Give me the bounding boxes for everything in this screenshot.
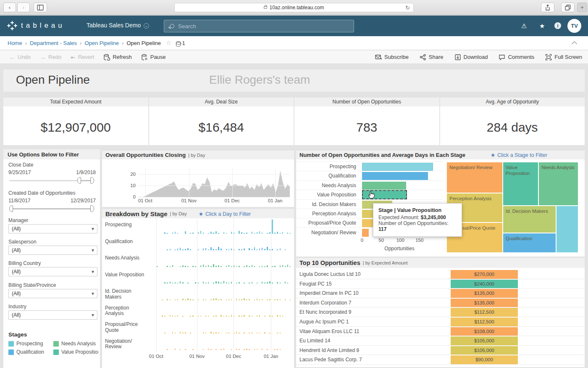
reload-icon[interactable]: ↻ [405,5,410,11]
treemap-block-qualification[interactable]: Qualification [503,233,556,253]
table-row[interactable]: Hendrerit Id Ante Limited 8$105,000 [296,346,585,355]
treemap-block[interactable] [556,206,578,253]
site-name-label: Tableau Sales Demo [87,22,141,29]
browser-sidebar-button[interactable] [34,3,47,12]
legend-label: Prospecting [16,341,43,347]
breakdown-rows: ProspectingQualificationNeeds AnalysisVa… [102,219,292,352]
breadcrumb-workbook[interactable]: Open Pipeline [84,40,119,46]
stage-filter-hint[interactable]: ★Click a Stage to Filter [491,152,547,158]
lock-icon [264,6,267,9]
created-date-slider-handle-right[interactable] [90,205,94,212]
close-date-end: 1/9/2018 [76,169,96,175]
filter-dropdown-billing-state-province[interactable]: (All) [8,289,97,298]
y-tick: 0 [123,194,136,199]
breakdown-row-chart[interactable] [148,252,291,267]
browser-forward-button[interactable]: › [17,3,30,12]
table-row[interactable]: Lacus Pede Sagittis Corp. 7$90,000 [296,355,585,365]
breakdown-filter-hint[interactable]: ★Click a Day to Filter [199,211,251,217]
browser-share-button[interactable] [541,3,554,12]
table-row[interactable]: Ligula Donec Luctus Ltd 10$270,000 [296,270,585,279]
stage-bar-proposal-price-quote[interactable] [362,219,374,227]
created-date-slider-handle-left[interactable] [9,205,13,212]
user-avatar[interactable]: TV [567,19,581,33]
table-row[interactable]: Vitae Aliquam Eros LLC 11$108,000 [296,327,585,336]
breakdown-row-chart[interactable] [148,235,291,250]
subscribe-button[interactable]: Subscribe [375,54,409,61]
breakdown-row-chart[interactable] [148,335,291,350]
opportunity-amount: $105,000 [451,346,518,355]
info-icon[interactable]: i [554,22,561,29]
breakdown-header: Breakdown by Stage | by Day ★Click a Day… [102,209,294,218]
stage-bar-negotiation-review[interactable] [362,229,369,237]
alerts-icon[interactable]: ⚠ [521,22,527,30]
stage-bar-qualification[interactable] [362,172,428,180]
breakdown-row-chart[interactable] [148,219,291,234]
breakdown-panel: Breakdown by Stage | by Day ★Click a Day… [102,209,294,368]
breadcrumb-home[interactable]: Home [8,40,22,46]
breakdown-row-chart[interactable] [148,285,291,300]
filter-dropdown-manager[interactable]: (All) [8,224,97,233]
breakdown-row-chart[interactable] [148,268,291,283]
legend-item[interactable]: Prospecting [8,339,53,348]
breakdown-row-label: Proposal/Price Quote [105,322,147,334]
breadcrumb-department[interactable]: Department - Sales [30,40,77,46]
legend-item[interactable]: Value Proposition [53,348,98,356]
closing-area-chart[interactable] [139,168,290,197]
new-tab-button[interactable]: + [577,3,587,12]
legend-item[interactable]: Needs Analysis [53,339,98,348]
x-tick: 01 Nov [181,198,197,203]
close-date-slider-handle-left[interactable] [77,177,81,184]
filter-dropdown-salesperson[interactable]: (All) [8,246,97,255]
search-input[interactable]: Search [164,20,354,32]
download-button[interactable]: Download [454,54,488,61]
legend-swatch-icon [8,349,14,355]
undo-button[interactable]: ←Undo [9,54,31,61]
breakdown-row-chart[interactable] [148,302,291,317]
favorite-star-icon[interactable]: ☆ [166,39,171,47]
fullscreen-button[interactable]: Full Screen [545,54,582,61]
filter-dropdown-industry[interactable]: (All) [8,310,97,320]
comments-button[interactable]: Comments [499,54,534,61]
created-date-slider[interactable] [9,205,94,212]
breakdown-row: Negotiation/ Review [102,335,292,352]
created-date-end: 12/29/2017 [71,198,96,204]
browser-back-button[interactable]: ‹ [3,3,16,12]
stage-bar-label: Id. Decision Makers [296,201,359,207]
stage-bar-label: Qualification [296,173,359,179]
stage-bar-needs-analysis[interactable] [362,182,406,190]
table-row[interactable]: Et Nunc Incorporated 9$112,500 [296,307,585,317]
url-text: 10az.online.tableau.com [269,5,324,11]
legend-label: Value Proposition [61,349,98,355]
table-row[interactable]: Interdum Corporation 7$135,000 [296,298,585,308]
breakdown-row-label: Qualification [105,239,147,245]
legend-item[interactable]: Qualification [8,348,53,356]
url-bar[interactable]: 10az.online.tableau.com ↻ [174,3,414,12]
favorites-star-icon[interactable]: ★ [539,22,545,30]
pause-button[interactable]: Pause [141,54,166,61]
treemap-block-id-decision-makers[interactable]: Id. Decision Makers [503,206,556,233]
filter-dropdown-billing-country[interactable]: (All) [8,267,97,276]
collapse-header-chevron[interactable] [572,41,577,47]
table-row[interactable]: Feugiat PC 15$240,000 [296,279,585,289]
redo-icon: → [40,54,46,61]
close-date-slider[interactable] [9,177,94,184]
refresh-button[interactable]: Refresh [103,54,132,61]
breakdown-row-label: Id. Decision Makers [105,289,147,300]
site-switcher[interactable]: Tableau Sales Demo⌄ [87,22,149,29]
table-row[interactable]: Eu Limited 14$105,000 [296,336,585,346]
tableau-wordmark: tableau [21,21,65,30]
tableau-logo[interactable]: tableau [7,20,65,31]
redo-button[interactable]: →Redo [40,54,61,61]
revert-button[interactable]: ⇤Revert [71,54,94,61]
share-button[interactable]: Share [420,54,444,61]
table-row[interactable]: Imperdiet Ornare In PC 10$135,000 [296,289,585,298]
stage-bar-row: Qualification [296,171,443,180]
table-row[interactable]: Augue Ac Ipsum PC 1$112,500 [296,317,585,327]
close-date-slider-handle-right[interactable] [90,177,94,184]
stage-bar-prospecting[interactable] [362,163,433,171]
treemap-block-negotiation-review[interactable]: Negotiation/ Review [446,162,503,193]
treemap-block-needs-analysis[interactable]: Needs Analysis [538,162,578,206]
treemap-block-value-proposition[interactable]: Value Proposition [503,162,538,206]
breakdown-row-chart[interactable] [148,318,291,334]
browser-tabs-button[interactable] [561,3,575,12]
